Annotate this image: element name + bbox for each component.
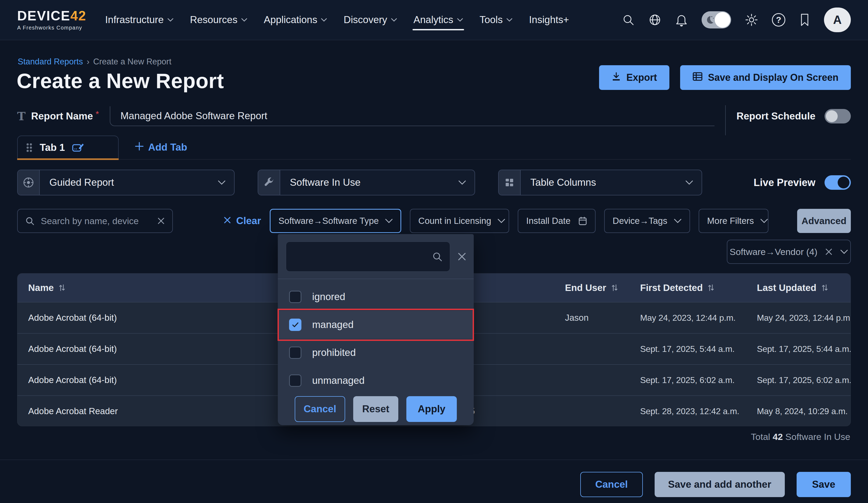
- more-filters-button[interactable]: More Filters: [699, 209, 768, 233]
- nav-item-infrastructure[interactable]: Infrastructure: [105, 2, 173, 37]
- save-and-display-button[interactable]: Save and Display On Screen: [680, 65, 851, 90]
- edit-tab-icon[interactable]: [72, 142, 85, 153]
- data-source-select[interactable]: Software In Use: [258, 170, 475, 195]
- live-preview-label: Live Preview: [754, 177, 815, 188]
- settings-gear-icon[interactable]: [745, 13, 758, 26]
- filter-row: Search by name, device Clear Software→So…: [17, 209, 851, 233]
- notifications-bell-icon[interactable]: [675, 13, 688, 27]
- page-title: Create a New Report: [17, 69, 224, 93]
- dropdown-cancel-button[interactable]: Cancel: [295, 396, 345, 422]
- save-and-add-another-button[interactable]: Save and add another: [655, 472, 785, 497]
- breadcrumb-standard-reports[interactable]: Standard Reports: [18, 57, 83, 66]
- checkbox-unchecked[interactable]: [289, 347, 301, 359]
- report-name-row: T Report Name * Managed Adobe Software R…: [17, 106, 851, 126]
- install-date-filter-button[interactable]: Install Date: [518, 209, 596, 233]
- table-columns-select[interactable]: Table Columns: [498, 170, 702, 195]
- chevron-down-icon: [241, 18, 247, 22]
- column-header-end-user[interactable]: End User: [554, 283, 629, 293]
- total-count-label: Total 42 Software In Use: [751, 432, 850, 442]
- save-button[interactable]: Save: [797, 472, 851, 497]
- nav-item-applications[interactable]: Applications: [264, 2, 327, 37]
- option-ignored[interactable]: ignored: [278, 283, 474, 311]
- report-type-select[interactable]: Guided Report: [17, 170, 235, 195]
- dropdown-reset-button[interactable]: Reset: [353, 396, 398, 422]
- report-schedule-toggle[interactable]: [825, 109, 851, 123]
- nav-item-resources[interactable]: Resources: [190, 2, 247, 37]
- breadcrumb-current: Create a New Report: [93, 57, 171, 66]
- user-avatar[interactable]: A: [824, 8, 851, 32]
- sort-icon[interactable]: [611, 284, 618, 292]
- sort-icon[interactable]: [59, 284, 65, 292]
- remove-chip-icon[interactable]: [825, 248, 833, 256]
- help-icon[interactable]: ?: [772, 13, 785, 27]
- clear-search-icon[interactable]: [157, 217, 165, 225]
- column-header-last-updated[interactable]: Last Updated: [746, 283, 850, 293]
- nav-item-tools[interactable]: Tools: [479, 2, 513, 37]
- device-tags-filter-button[interactable]: Device→Tags: [604, 209, 690, 233]
- clear-filters-button[interactable]: Clear: [223, 215, 261, 227]
- bookmark-icon[interactable]: [799, 13, 810, 27]
- chevron-down-icon: [321, 18, 327, 22]
- count-in-licensing-filter-button[interactable]: Count in Licensing: [410, 209, 509, 233]
- checkbox-checked[interactable]: [289, 319, 301, 331]
- drag-handle-icon[interactable]: [26, 142, 33, 153]
- tab-bar: Tab 1 Add Tab: [17, 135, 851, 160]
- plus-icon: [135, 142, 144, 153]
- header-actions: Export Save and Display On Screen: [599, 65, 851, 90]
- nav-item-analytics[interactable]: Analytics: [414, 2, 463, 37]
- logo-text: DEVICE42: [17, 9, 86, 22]
- checkbox-unchecked[interactable]: [289, 291, 301, 303]
- software-type-filter-button[interactable]: Software→Software Type: [270, 209, 401, 233]
- report-name-input[interactable]: Managed Adobe Software Report: [110, 106, 714, 126]
- chevron-down-icon: [685, 170, 693, 195]
- software-type-dropdown-panel: ignored managed prohibited unmanaged Can…: [278, 234, 474, 425]
- top-navbar: DEVICE42 A Freshworks Company Infrastruc…: [0, 0, 868, 40]
- option-managed-annotated[interactable]: managed: [278, 311, 474, 339]
- dropdown-apply-button[interactable]: Apply: [406, 396, 457, 422]
- nav-item-insights[interactable]: Insights+: [529, 2, 569, 37]
- table-search-input[interactable]: Search by name, device: [17, 209, 173, 233]
- wrench-icon: [258, 170, 280, 195]
- sort-icon[interactable]: [707, 284, 714, 292]
- chevron-down-icon: [218, 170, 226, 195]
- live-preview-toggle[interactable]: [825, 175, 851, 190]
- theme-toggle-knob: [715, 12, 730, 28]
- chevron-down-icon: [674, 219, 681, 223]
- device42-logo[interactable]: DEVICE42 A Freshworks Company: [17, 9, 86, 31]
- close-dropdown-icon[interactable]: [457, 252, 467, 261]
- footer-divider: [0, 460, 868, 460]
- logo-subtitle: A Freshworks Company: [17, 25, 86, 31]
- column-header-first-detected[interactable]: First Detected: [629, 283, 746, 293]
- nav-item-discovery[interactable]: Discovery: [343, 2, 397, 37]
- main-nav: Infrastructure Resources Applications Di…: [105, 2, 569, 37]
- checkbox-unchecked[interactable]: [289, 374, 301, 387]
- live-preview-control: Live Preview: [754, 175, 851, 190]
- dropdown-search-field[interactable]: [293, 252, 432, 262]
- option-unmanaged[interactable]: unmanaged: [278, 367, 474, 394]
- report-schedule-label: Report Schedule: [736, 111, 815, 122]
- logo-brand: DEVICE: [17, 8, 70, 23]
- theme-toggle[interactable]: [702, 11, 731, 29]
- cancel-button[interactable]: Cancel: [580, 472, 643, 497]
- breadcrumb: Standard Reports › Create a New Report: [18, 57, 172, 66]
- dropdown-search-zone: [278, 234, 474, 279]
- option-prohibited[interactable]: prohibited: [278, 339, 474, 367]
- vendor-filter-chip[interactable]: Software→Vendor (4): [727, 240, 851, 264]
- moon-icon: [704, 14, 715, 26]
- layout-grid-icon: [499, 170, 521, 195]
- device42-report-builder-screen: DEVICE42 A Freshworks Company Infrastruc…: [0, 0, 868, 503]
- report-type-value: Guided Report: [40, 170, 218, 195]
- advanced-button[interactable]: Advanced: [797, 209, 851, 233]
- search-placeholder: Search by name, device: [41, 216, 151, 226]
- search-icon[interactable]: [622, 14, 634, 26]
- sort-icon[interactable]: [821, 284, 828, 292]
- total-count-value: 42: [773, 432, 783, 442]
- tab-1-label: Tab 1: [40, 142, 65, 153]
- export-button[interactable]: Export: [599, 65, 669, 90]
- vertical-divider: [725, 105, 726, 135]
- add-tab-button[interactable]: Add Tab: [135, 142, 187, 153]
- dropdown-search-input[interactable]: [286, 242, 450, 271]
- chevron-down-icon: [761, 219, 768, 223]
- tab-1[interactable]: Tab 1: [17, 135, 118, 159]
- globe-icon[interactable]: [649, 13, 661, 26]
